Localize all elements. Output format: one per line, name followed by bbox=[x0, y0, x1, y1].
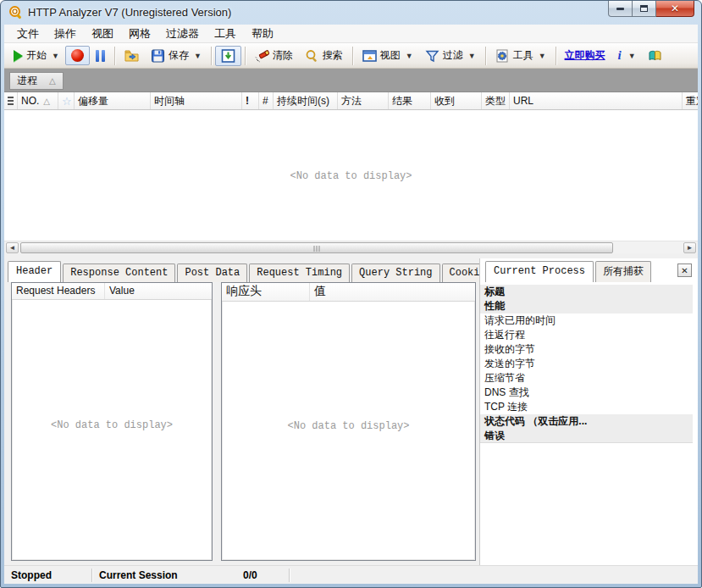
stat-row-compression-saving[interactable]: 压缩节省 bbox=[480, 371, 693, 386]
view-label: 视图 bbox=[380, 48, 401, 63]
search-icon bbox=[305, 49, 319, 63]
tab-request-timing[interactable]: Request Timing bbox=[249, 263, 350, 282]
tab-current-process[interactable]: Current Process bbox=[485, 261, 594, 282]
stat-row-tcp-connect[interactable]: TCP 连接 bbox=[480, 400, 693, 414]
maximize-button[interactable] bbox=[633, 1, 656, 17]
search-button[interactable]: 搜索 bbox=[299, 45, 349, 66]
horizontal-scrollbar[interactable]: ◄ ► bbox=[4, 241, 698, 253]
stat-row-bytes-sent[interactable]: 发送的字节 bbox=[480, 357, 693, 371]
play-icon bbox=[14, 50, 23, 62]
request-name-column[interactable]: Request Headers bbox=[12, 283, 105, 299]
column-offset[interactable]: 偏移量 bbox=[75, 92, 151, 109]
process-stats-list: 标题 性能 请求已用的时间 往返行程 接收的字节 发送的字节 压缩节省 DNS … bbox=[480, 285, 693, 443]
record-button[interactable] bbox=[65, 46, 90, 65]
row-menu-icon[interactable] bbox=[4, 92, 18, 109]
request-headers-pane: Request Headers Value <No data to displa… bbox=[11, 282, 213, 561]
tools-label: 工具 bbox=[513, 48, 533, 63]
pause-button[interactable] bbox=[90, 47, 111, 65]
close-button[interactable]: ✕ bbox=[656, 1, 694, 17]
tools-button[interactable]: 工具 ▼ bbox=[489, 45, 552, 66]
menu-bar: 文件 操作 视图 网格 过滤器 工具 帮助 bbox=[4, 25, 698, 43]
response-value-column[interactable]: 值 bbox=[310, 283, 475, 301]
tab-response-content[interactable]: Response Content bbox=[63, 263, 175, 282]
process-group-label: 进程 bbox=[17, 74, 37, 88]
toolbar-separator bbox=[556, 47, 556, 65]
app-icon bbox=[8, 5, 24, 20]
start-button[interactable]: 开始 ▼ bbox=[8, 45, 65, 66]
funnel-icon bbox=[425, 49, 439, 63]
column-method[interactable]: 方法 bbox=[338, 92, 389, 109]
menu-file[interactable]: 文件 bbox=[9, 25, 47, 43]
help-button[interactable] bbox=[642, 46, 668, 66]
chevron-down-icon[interactable]: ▼ bbox=[539, 52, 546, 60]
column-favorite[interactable]: ☆ bbox=[58, 92, 75, 109]
tab-query-string[interactable]: Query String bbox=[351, 263, 439, 282]
info-button[interactable]: i ▼ bbox=[611, 45, 642, 66]
stat-row-dns-lookup[interactable]: DNS 查找 bbox=[480, 386, 693, 400]
chevron-down-icon[interactable]: ▼ bbox=[194, 52, 202, 60]
menu-action[interactable]: 操作 bbox=[47, 25, 84, 43]
column-timeline[interactable]: 时间轴 bbox=[151, 92, 242, 109]
chevron-down-icon[interactable]: ▼ bbox=[52, 52, 59, 60]
stat-row-errors[interactable]: 错误 bbox=[480, 429, 693, 443]
open-button[interactable] bbox=[119, 46, 145, 66]
column-type[interactable]: 类型 bbox=[482, 92, 510, 109]
stat-row-title[interactable]: 标题 bbox=[480, 285, 693, 299]
menu-filter[interactable]: 过滤器 bbox=[158, 25, 207, 43]
window-title: HTTP Analyzer V7 (Unregistered Version) bbox=[28, 6, 231, 19]
view-button[interactable]: 视图 ▼ bbox=[357, 45, 419, 66]
stat-row-bytes-received[interactable]: 接收的字节 bbox=[480, 342, 693, 357]
menu-tools[interactable]: 工具 bbox=[207, 25, 244, 43]
chevron-down-icon[interactable]: ▼ bbox=[406, 52, 413, 60]
panel-close-button[interactable]: ✕ bbox=[677, 263, 692, 277]
tab-all-captures[interactable]: 所有捕获 bbox=[595, 261, 651, 282]
filter-button[interactable]: 过滤 ▼ bbox=[419, 45, 482, 66]
stat-row-request-elapsed[interactable]: 请求已用的时间 bbox=[480, 313, 693, 328]
stat-row-status-code[interactable]: 状态代码 （双击应用... bbox=[480, 414, 693, 429]
scroll-left-icon[interactable]: ◄ bbox=[6, 242, 19, 253]
search-label: 搜索 bbox=[323, 48, 343, 63]
column-warning[interactable]: ! bbox=[242, 92, 259, 109]
scrollbar-thumb[interactable] bbox=[20, 242, 613, 253]
column-result[interactable]: 结果 bbox=[389, 92, 431, 109]
column-received[interactable]: 收到 bbox=[431, 92, 482, 109]
response-name-column[interactable]: 响应头 bbox=[222, 283, 310, 301]
response-headers-header: 响应头 值 bbox=[222, 283, 475, 302]
session-grid-body[interactable]: <No data to display> bbox=[4, 110, 698, 241]
buy-now-link[interactable]: 立即购买 bbox=[560, 48, 611, 63]
scroll-right-icon[interactable]: ► bbox=[683, 242, 696, 253]
autoscroll-button[interactable] bbox=[215, 46, 241, 66]
title-bar[interactable]: HTTP Analyzer V7 (Unregistered Version) … bbox=[1, 1, 701, 25]
empty-grid-message: <No data to display> bbox=[4, 170, 698, 182]
column-redirect[interactable]: 重定向 bbox=[683, 92, 698, 109]
clear-button[interactable]: 清除 bbox=[249, 45, 299, 66]
stat-row-performance[interactable]: 性能 bbox=[480, 299, 693, 313]
tab-header[interactable]: Header bbox=[8, 261, 61, 282]
grip-icon bbox=[314, 246, 320, 252]
close-icon: ✕ bbox=[671, 3, 679, 14]
menu-help[interactable]: 帮助 bbox=[244, 25, 281, 43]
minimize-button[interactable] bbox=[608, 1, 633, 17]
column-count[interactable]: # bbox=[259, 92, 274, 109]
menu-grid[interactable]: 网格 bbox=[121, 25, 158, 43]
start-label: 开始 bbox=[26, 48, 47, 63]
chevron-down-icon[interactable]: ▼ bbox=[468, 52, 476, 60]
menu-view[interactable]: 视图 bbox=[84, 25, 121, 43]
process-group-button[interactable]: 进程 △ bbox=[9, 72, 64, 90]
response-headers-body[interactable]: <No data to display> bbox=[222, 302, 475, 560]
process-summary-panel: Current Process 所有捕获 ✕ 标题 性能 请求已用的时间 往返行… bbox=[479, 258, 698, 568]
column-duration[interactable]: 持续时间(s) bbox=[274, 92, 338, 109]
column-no[interactable]: NO.△ bbox=[18, 92, 58, 109]
maximize-icon bbox=[640, 5, 648, 12]
tab-post-data[interactable]: Post Data bbox=[177, 263, 247, 282]
chevron-down-icon[interactable]: ▼ bbox=[628, 52, 636, 60]
save-button[interactable]: 保存 ▼ bbox=[145, 45, 207, 66]
request-value-column[interactable]: Value bbox=[105, 283, 212, 299]
column-url[interactable]: URL bbox=[510, 92, 683, 109]
toolbar-separator bbox=[114, 47, 115, 65]
info-icon: i bbox=[616, 48, 623, 63]
request-headers-body[interactable]: <No data to display> bbox=[12, 300, 212, 560]
group-by-bar: 进程 △ bbox=[4, 69, 698, 92]
minimize-icon bbox=[616, 8, 624, 10]
stat-row-round-trip[interactable]: 往返行程 bbox=[480, 328, 693, 342]
